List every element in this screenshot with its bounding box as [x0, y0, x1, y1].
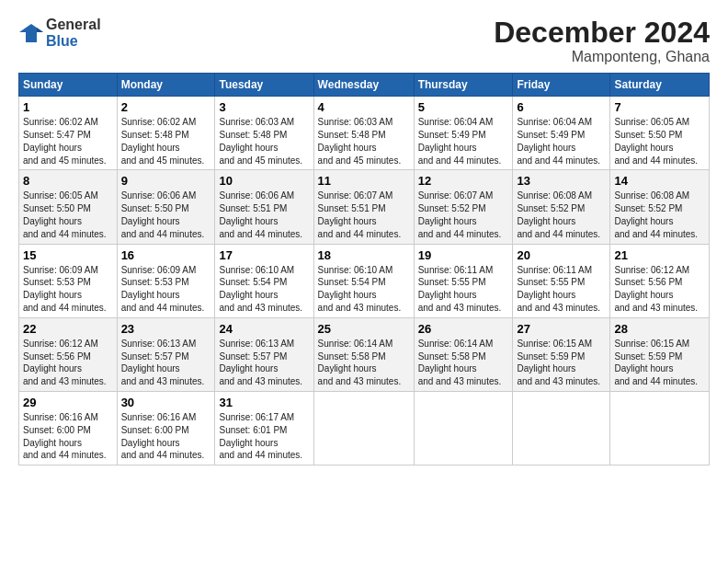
calendar-row: 29Sunrise: 06:16 AMSunset: 6:00 PMDaylig… — [19, 391, 710, 465]
calendar-cell: 13Sunrise: 06:08 AMSunset: 5:52 PMDaylig… — [513, 170, 610, 244]
calendar-cell: 7Sunrise: 06:05 AMSunset: 5:50 PMDayligh… — [610, 97, 710, 170]
day-info: Sunrise: 06:05 AMSunset: 5:50 PMDaylight… — [23, 190, 113, 240]
day-info: Sunrise: 06:15 AMSunset: 5:59 PMDaylight… — [614, 338, 705, 388]
day-info: Sunrise: 06:08 AMSunset: 5:52 PMDaylight… — [517, 190, 606, 240]
calendar-cell: 2Sunrise: 06:02 AMSunset: 5:48 PMDayligh… — [117, 97, 215, 170]
day-number: 28 — [614, 322, 705, 336]
calendar-cell: 10Sunrise: 06:06 AMSunset: 5:51 PMDaylig… — [215, 170, 313, 244]
day-info: Sunrise: 06:16 AMSunset: 6:00 PMDaylight… — [23, 411, 113, 462]
day-number: 11 — [318, 174, 410, 188]
calendar-row: 8Sunrise: 06:05 AMSunset: 5:50 PMDayligh… — [19, 170, 710, 244]
day-number: 6 — [517, 100, 606, 114]
day-info: Sunrise: 06:03 AMSunset: 5:48 PMDaylight… — [219, 116, 309, 167]
day-number: 7 — [614, 100, 705, 114]
day-number: 1 — [23, 100, 113, 114]
calendar-cell: 5Sunrise: 06:04 AMSunset: 5:49 PMDayligh… — [414, 97, 513, 170]
day-info: Sunrise: 06:07 AMSunset: 5:52 PMDaylight… — [418, 190, 509, 240]
calendar-cell: 14Sunrise: 06:08 AMSunset: 5:52 PMDaylig… — [610, 170, 710, 244]
day-info: Sunrise: 06:08 AMSunset: 5:52 PMDaylight… — [614, 190, 705, 240]
calendar-row: 22Sunrise: 06:12 AMSunset: 5:56 PMDaylig… — [19, 317, 710, 391]
day-info: Sunrise: 06:04 AMSunset: 5:49 PMDaylight… — [517, 116, 606, 167]
day-info: Sunrise: 06:11 AMSunset: 5:55 PMDaylight… — [517, 264, 606, 315]
weekday-header: Saturday — [610, 74, 710, 97]
calendar-cell — [513, 391, 610, 465]
weekday-header: Wednesday — [313, 74, 414, 97]
calendar-cell: 6Sunrise: 06:04 AMSunset: 5:49 PMDayligh… — [513, 97, 610, 170]
calendar-cell — [313, 391, 414, 465]
day-info: Sunrise: 06:15 AMSunset: 5:59 PMDaylight… — [517, 338, 606, 388]
day-number: 17 — [219, 248, 309, 262]
svg-marker-1 — [37, 28, 43, 32]
day-info: Sunrise: 06:02 AMSunset: 5:48 PMDaylight… — [121, 116, 211, 167]
day-info: Sunrise: 06:05 AMSunset: 5:50 PMDaylight… — [614, 116, 705, 167]
day-info: Sunrise: 06:13 AMSunset: 5:57 PMDaylight… — [219, 338, 309, 388]
day-number: 18 — [318, 248, 410, 262]
day-number: 24 — [219, 322, 309, 336]
day-number: 15 — [23, 248, 113, 262]
calendar-cell: 17Sunrise: 06:10 AMSunset: 5:54 PMDaylig… — [215, 244, 313, 317]
day-number: 4 — [318, 100, 410, 114]
weekday-header: Friday — [513, 74, 610, 97]
day-number: 22 — [23, 322, 113, 336]
header: General Blue December 2024 Mamponteng, G… — [18, 17, 710, 65]
calendar-cell — [610, 391, 710, 465]
day-number: 23 — [121, 322, 211, 336]
day-info: Sunrise: 06:09 AMSunset: 5:53 PMDaylight… — [121, 264, 211, 315]
calendar-cell: 4Sunrise: 06:03 AMSunset: 5:48 PMDayligh… — [313, 97, 414, 170]
calendar-cell: 19Sunrise: 06:11 AMSunset: 5:55 PMDaylig… — [414, 244, 513, 317]
day-info: Sunrise: 06:11 AMSunset: 5:55 PMDaylight… — [418, 264, 509, 315]
day-number: 12 — [418, 174, 509, 188]
calendar-row: 15Sunrise: 06:09 AMSunset: 5:53 PMDaylig… — [19, 244, 710, 317]
day-info: Sunrise: 06:10 AMSunset: 5:54 PMDaylight… — [219, 264, 309, 315]
calendar-cell: 16Sunrise: 06:09 AMSunset: 5:53 PMDaylig… — [117, 244, 215, 317]
day-number: 20 — [517, 248, 606, 262]
day-number: 8 — [23, 174, 113, 188]
calendar-cell: 26Sunrise: 06:14 AMSunset: 5:58 PMDaylig… — [414, 317, 513, 391]
calendar-cell: 9Sunrise: 06:06 AMSunset: 5:50 PMDayligh… — [117, 170, 215, 244]
calendar-cell: 15Sunrise: 06:09 AMSunset: 5:53 PMDaylig… — [19, 244, 118, 317]
day-number: 27 — [517, 322, 606, 336]
calendar-cell: 8Sunrise: 06:05 AMSunset: 5:50 PMDayligh… — [19, 170, 118, 244]
logo-icon — [18, 23, 44, 43]
day-number: 30 — [121, 396, 211, 409]
day-number: 16 — [121, 248, 211, 262]
day-info: Sunrise: 06:12 AMSunset: 5:56 PMDaylight… — [23, 338, 113, 388]
calendar-cell: 23Sunrise: 06:13 AMSunset: 5:57 PMDaylig… — [117, 317, 215, 391]
calendar-cell: 20Sunrise: 06:11 AMSunset: 5:55 PMDaylig… — [513, 244, 610, 317]
day-info: Sunrise: 06:06 AMSunset: 5:50 PMDaylight… — [121, 190, 211, 240]
calendar-row: 1Sunrise: 06:02 AMSunset: 5:47 PMDayligh… — [19, 97, 710, 170]
day-info: Sunrise: 06:09 AMSunset: 5:53 PMDaylight… — [23, 264, 113, 315]
weekday-header: Tuesday — [215, 74, 313, 97]
calendar-cell: 25Sunrise: 06:14 AMSunset: 5:58 PMDaylig… — [313, 317, 414, 391]
day-number: 19 — [418, 248, 509, 262]
calendar-cell: 18Sunrise: 06:10 AMSunset: 5:54 PMDaylig… — [313, 244, 414, 317]
day-number: 26 — [418, 322, 509, 336]
svg-marker-0 — [19, 24, 43, 42]
title-block: December 2024 Mamponteng, Ghana — [494, 17, 710, 65]
day-info: Sunrise: 06:04 AMSunset: 5:49 PMDaylight… — [418, 116, 509, 167]
day-number: 29 — [23, 396, 113, 409]
weekday-header: Sunday — [19, 74, 118, 97]
day-info: Sunrise: 06:06 AMSunset: 5:51 PMDaylight… — [219, 190, 309, 240]
day-number: 2 — [121, 100, 211, 114]
calendar-cell: 1Sunrise: 06:02 AMSunset: 5:47 PMDayligh… — [19, 97, 118, 170]
day-info: Sunrise: 06:07 AMSunset: 5:51 PMDaylight… — [318, 190, 410, 240]
day-info: Sunrise: 06:16 AMSunset: 6:00 PMDaylight… — [121, 411, 211, 462]
calendar-cell: 11Sunrise: 06:07 AMSunset: 5:51 PMDaylig… — [313, 170, 414, 244]
day-info: Sunrise: 06:12 AMSunset: 5:56 PMDaylight… — [614, 264, 705, 315]
calendar-cell — [414, 391, 513, 465]
day-number: 31 — [219, 396, 309, 409]
day-number: 5 — [418, 100, 509, 114]
day-info: Sunrise: 06:02 AMSunset: 5:47 PMDaylight… — [23, 116, 113, 167]
day-info: Sunrise: 06:17 AMSunset: 6:01 PMDaylight… — [219, 411, 309, 462]
calendar-cell: 12Sunrise: 06:07 AMSunset: 5:52 PMDaylig… — [414, 170, 513, 244]
calendar-cell: 22Sunrise: 06:12 AMSunset: 5:56 PMDaylig… — [19, 317, 118, 391]
calendar-header-row: SundayMondayTuesdayWednesdayThursdayFrid… — [19, 74, 710, 97]
day-info: Sunrise: 06:14 AMSunset: 5:58 PMDaylight… — [318, 338, 410, 388]
calendar-table: SundayMondayTuesdayWednesdayThursdayFrid… — [18, 73, 710, 465]
calendar-cell: 28Sunrise: 06:15 AMSunset: 5:59 PMDaylig… — [610, 317, 710, 391]
page: General Blue December 2024 Mamponteng, G… — [0, 0, 728, 475]
day-info: Sunrise: 06:10 AMSunset: 5:54 PMDaylight… — [318, 264, 410, 315]
calendar-cell: 30Sunrise: 06:16 AMSunset: 6:00 PMDaylig… — [117, 391, 215, 465]
weekday-header: Thursday — [414, 74, 513, 97]
